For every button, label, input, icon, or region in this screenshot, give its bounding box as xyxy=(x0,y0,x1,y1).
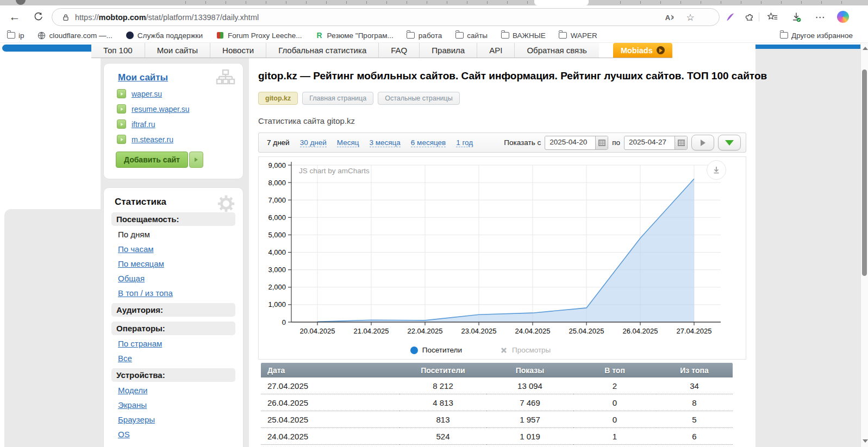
lock-icon[interactable] xyxy=(60,11,72,23)
stats-item[interactable]: OS xyxy=(118,430,243,439)
range-30-дней[interactable]: 30 дней xyxy=(300,138,327,147)
nav-item-6[interactable]: Правила xyxy=(419,43,477,58)
stats-item[interactable]: По часам xyxy=(118,244,243,254)
folder-glyph xyxy=(7,32,15,39)
nav-item-2[interactable]: Мои сайты xyxy=(145,43,210,58)
site-header-fill xyxy=(755,49,860,58)
browser-profile-icon[interactable] xyxy=(16,0,26,5)
bookmark-item[interactable]: работа xyxy=(407,31,442,40)
folder-icon xyxy=(779,31,788,40)
my-sites-title[interactable]: Мои сайты xyxy=(118,72,168,83)
nav-item-4[interactable]: Глобальная статистика xyxy=(266,43,378,58)
table-header-row: ДатаПосетителиПоказыВ топИз топа xyxy=(261,363,733,377)
site-row: resume.waper.su xyxy=(117,104,243,114)
range-Месяц[interactable]: Месяц xyxy=(337,138,359,147)
show-from-label: Показать с xyxy=(504,138,541,147)
extensions-icon[interactable] xyxy=(742,10,757,24)
favorites-bar-icon[interactable] xyxy=(765,10,779,24)
bookmark-label: cloudflare.com —... xyxy=(49,32,113,40)
stats-item[interactable]: По странам xyxy=(118,339,243,348)
stats-item[interactable]: Все xyxy=(118,354,243,363)
add-site-button[interactable]: Добавить сайт xyxy=(116,152,188,168)
stats-item[interactable]: Браузеры xyxy=(118,415,243,424)
legend-views[interactable]: Просмотры xyxy=(500,346,551,354)
promo-label: Mobiads xyxy=(621,46,653,55)
chart-canvas: 01,0002,0003,0004,0005,0006,0007,0008,00… xyxy=(259,157,746,344)
calendar-button[interactable] xyxy=(675,136,687,149)
letter-r-glyph: R xyxy=(316,31,322,40)
active-tab-top[interactable] xyxy=(534,0,589,5)
chart-download-button[interactable] xyxy=(707,160,726,180)
date-from-input[interactable] xyxy=(545,136,595,148)
tab-gitop.kz[interactable]: gitop.kz xyxy=(258,92,298,105)
scrollbar[interactable] xyxy=(860,43,868,447)
folder-icon xyxy=(7,31,15,40)
my-sites-list: waper.suresume.waper.suiftraf.rum.stease… xyxy=(104,89,243,144)
statistics-card: Статистика Посещаемость:По днямПо часамП… xyxy=(103,187,243,447)
expand-button[interactable] xyxy=(718,135,741,150)
site-link[interactable]: resume.waper.su xyxy=(132,105,190,114)
downloads-icon[interactable] xyxy=(789,10,803,24)
refresh-button[interactable] xyxy=(30,9,46,25)
range-3-месяца[interactable]: 3 месяца xyxy=(370,138,401,147)
gear-icon xyxy=(216,193,236,216)
site-header-bar-left xyxy=(2,45,91,52)
table-cell: 26.04.2025 xyxy=(261,394,399,411)
bookmark-item[interactable]: сайты xyxy=(455,31,488,40)
svg-text:9,000: 9,000 xyxy=(268,161,286,169)
legend-visitors[interactable]: Посетители xyxy=(410,346,462,354)
bookmarks-list: ipcloudflare.com —...Служба поддержкиFor… xyxy=(7,31,597,40)
bookmark-item[interactable]: ip xyxy=(7,31,24,40)
stats-group-header: Операторы: xyxy=(111,322,235,335)
stats-item[interactable]: По месяцам xyxy=(118,259,243,268)
nav-promo-mobiads[interactable]: Mobiads xyxy=(613,43,672,58)
nav-item-7[interactable]: API xyxy=(477,43,514,58)
site-link[interactable]: iftraf.ru xyxy=(132,120,155,129)
nav-item-8[interactable]: Обратная связь xyxy=(514,43,599,58)
date-to-input[interactable] xyxy=(625,136,675,148)
scroll-up-arrow[interactable] xyxy=(863,47,868,50)
browser-tab-strip[interactable] xyxy=(0,0,868,5)
stats-item[interactable]: В топ / из топа xyxy=(118,288,243,298)
site-play-icon xyxy=(117,104,126,114)
pen-extension-icon[interactable] xyxy=(723,10,737,24)
nav-item-3[interactable]: Новости xyxy=(210,43,266,58)
copilot-icon[interactable] xyxy=(837,11,849,23)
svg-text:6,000: 6,000 xyxy=(268,213,286,222)
site-link[interactable]: waper.su xyxy=(132,90,162,98)
site-link[interactable]: m.steaser.ru xyxy=(132,135,173,144)
apply-button[interactable] xyxy=(691,135,714,150)
period-ranges: 7 дней30 днейМесяц3 месяца6 месяцев1 год xyxy=(267,138,473,147)
add-site-dropdown-button[interactable] xyxy=(189,152,203,168)
tab-остальные-страницы[interactable]: Остальные страницы xyxy=(378,92,460,105)
back-button[interactable]: ← xyxy=(7,9,23,25)
bookmark-other-favorites[interactable]: Другое избранное xyxy=(779,31,853,40)
bookmark-item[interactable]: WAPER xyxy=(559,31,597,40)
svg-text:22.04.2025: 22.04.2025 xyxy=(407,327,442,335)
nav-item-1[interactable]: Топ 100 xyxy=(91,43,145,58)
stats-item[interactable]: Общая xyxy=(118,274,243,283)
range-6-месяцев[interactable]: 6 месяцев xyxy=(411,138,446,147)
read-aloud-icon[interactable]: A xyxy=(664,11,676,23)
bookmark-item[interactable]: RРезюме "Програм... xyxy=(315,31,394,40)
range-1-год[interactable]: 1 год xyxy=(456,138,473,147)
more-menu-icon[interactable]: ⋯ xyxy=(813,10,827,24)
stats-item[interactable]: Модели xyxy=(118,386,243,395)
bookmark-item[interactable]: ВАЖНЫЕ xyxy=(501,31,546,40)
url-text[interactable]: https://mobtop.com/stat/platform/133987/… xyxy=(75,13,259,22)
bookmark-item[interactable]: Forum Proxy Leeche... xyxy=(216,31,302,40)
scrollbar-thumb[interactable] xyxy=(862,70,867,276)
site-row: iftraf.ru xyxy=(117,119,243,129)
calendar-button[interactable] xyxy=(595,136,608,149)
bookmark-item[interactable]: Служба поддержки xyxy=(126,31,203,40)
bookmark-label: Forum Proxy Leeche... xyxy=(228,32,302,40)
folder-icon xyxy=(501,31,509,40)
scroll-down-arrow[interactable] xyxy=(863,439,868,443)
stats-item[interactable]: Экраны xyxy=(118,400,243,410)
bookmark-item[interactable]: cloudflare.com —... xyxy=(38,31,113,40)
address-bar[interactable]: https://mobtop.com/stat/platform/133987/… xyxy=(52,8,720,26)
col-header: В топ xyxy=(573,363,656,377)
nav-item-5[interactable]: FAQ xyxy=(378,43,419,58)
favorite-star-icon[interactable]: ☆ xyxy=(684,11,696,23)
tab-главная-страница[interactable]: Главная страница xyxy=(302,92,373,105)
